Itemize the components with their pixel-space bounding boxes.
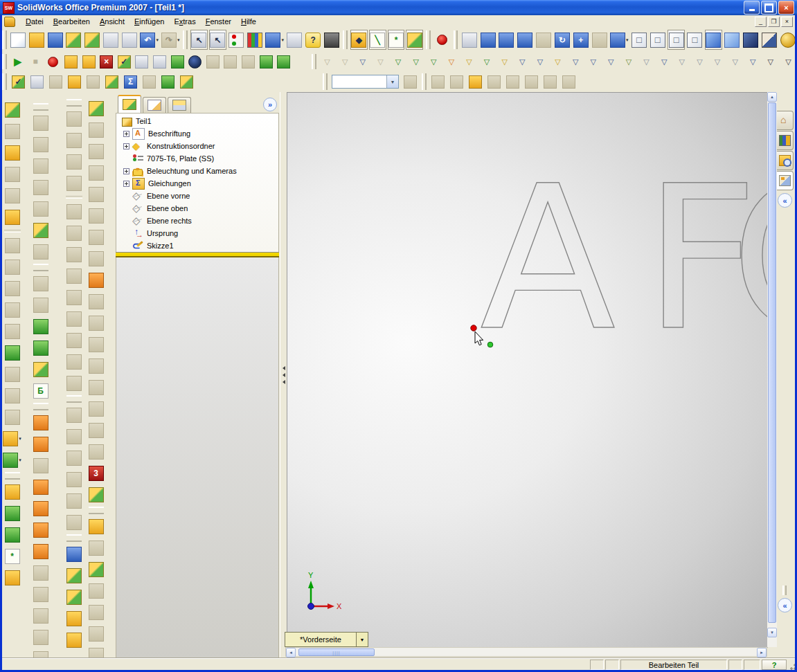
toolbar-grip[interactable] (33, 403, 48, 410)
tree-item-ursprung[interactable]: Ursprung (116, 227, 278, 239)
left-tool-1-22-icon[interactable] (30, 541, 51, 561)
left-tool-3-13-icon[interactable] (86, 377, 106, 397)
left-tool-2-25-icon[interactable] (64, 587, 84, 607)
hidden-lines-visible-icon[interactable]: □ (649, 30, 666, 50)
toolbar-grip[interactable] (422, 73, 427, 89)
open-document-icon[interactable] (28, 30, 45, 50)
expand-plus-icon[interactable] (123, 168, 129, 174)
section-view-icon[interactable] (760, 30, 778, 50)
menu-ansicht[interactable]: Ansicht (95, 16, 129, 27)
collaborate-user-icon[interactable] (169, 53, 186, 71)
left-tool-1-26-icon[interactable] (30, 627, 51, 647)
left-tool-1-9-icon[interactable] (30, 273, 51, 293)
left-tool-1-1-icon[interactable] (30, 113, 51, 133)
left-tool-1-27-icon[interactable] (30, 648, 51, 658)
left-tool-2-7-icon[interactable] (64, 223, 84, 243)
select-filter-toggle-icon[interactable]: ↖ (209, 30, 226, 50)
left-tool-3-18-icon[interactable] (86, 484, 106, 505)
left-tool-2-1-icon[interactable] (64, 109, 84, 129)
print-preview-icon[interactable] (121, 30, 138, 50)
selection-filter-12-icon[interactable]: ▽ (532, 53, 548, 71)
selection-filter-22-icon[interactable]: ▽ (709, 53, 726, 71)
left-tool-3-1-icon[interactable] (86, 120, 106, 140)
selection-filter-16-icon[interactable]: ▽ (603, 53, 620, 71)
toolbar-grip[interactable] (2, 73, 7, 89)
featureworks-icon[interactable] (178, 73, 195, 91)
sketch-plane-icon[interactable]: ◆ (350, 30, 368, 50)
spell-check-icon[interactable]: ✓ (10, 73, 27, 91)
user-1-icon[interactable] (258, 53, 274, 71)
left-tool-2-13-icon[interactable] (64, 352, 84, 372)
mass-properties-icon[interactable] (47, 73, 64, 91)
menu-bearbeiten[interactable]: Bearbeiten (48, 16, 95, 27)
toolbar-grip[interactable] (183, 30, 188, 49)
left-tool-0-5-icon[interactable] (2, 207, 22, 227)
left-tool-2-20-icon[interactable] (64, 491, 84, 511)
design-checker-icon[interactable] (103, 73, 120, 91)
selection-filter-8-icon[interactable]: ▽ (461, 53, 478, 71)
select-icon[interactable]: ↖ (190, 30, 208, 50)
left-tool-3-14-icon[interactable] (86, 399, 106, 419)
left-tool-3-22-icon[interactable] (86, 559, 106, 579)
vertical-scrollbar[interactable]: ▲ ▼ (767, 92, 777, 647)
left-tool-3-7-icon[interactable] (86, 248, 106, 269)
section-properties-icon[interactable] (66, 73, 83, 91)
print-icon[interactable] (102, 30, 120, 50)
left-tool-2-17-icon[interactable] (64, 426, 84, 446)
selection-filter-23-icon[interactable]: ▽ (727, 53, 744, 71)
left-tool-0-21-icon[interactable] (2, 525, 22, 545)
left-tool-2-8-icon[interactable] (64, 244, 84, 264)
toolbar-grip[interactable] (454, 30, 458, 49)
tree-item-beleuchtung-und-kameras[interactable]: Beleuchtung und Kameras (116, 165, 278, 177)
left-tool-3-26-icon[interactable] (86, 645, 106, 658)
selection-filter-13-icon[interactable]: ▽ (550, 53, 566, 71)
title-bar[interactable]: SW SolidWorks Office Premium 2007 - [Tei… (0, 0, 797, 15)
layer-properties-icon[interactable] (402, 73, 419, 91)
design-library-tab[interactable] (777, 131, 794, 150)
left-tool-2-24-icon[interactable] (64, 565, 84, 585)
left-tool-2-18-icon[interactable] (64, 448, 84, 468)
toolbar-grip[interactable] (66, 395, 82, 403)
edrawings-icon[interactable] (187, 53, 204, 71)
tree-item-beschriftung[interactable]: Beschriftung (116, 127, 278, 140)
left-tool-2-3-icon[interactable] (64, 152, 84, 172)
view-orientation-icon[interactable]: ▾ (609, 30, 629, 50)
left-tool-0-20-icon[interactable] (2, 503, 22, 523)
left-tool-1-10-icon[interactable] (30, 295, 51, 315)
left-tool-2-9-icon[interactable] (64, 266, 84, 286)
toolbar-grip[interactable] (33, 103, 48, 111)
left-tool-2-23-icon[interactable] (64, 544, 84, 564)
selection-filter-26-icon[interactable]: ▽ (780, 53, 797, 71)
check-tool-icon[interactable]: ✓ (116, 53, 132, 71)
selection-filter-20-icon[interactable]: ▽ (674, 53, 690, 71)
shaded-with-edges-icon[interactable] (705, 30, 722, 50)
left-tool-0-4-icon[interactable] (2, 185, 22, 206)
left-tool-1-16-icon[interactable] (30, 412, 51, 433)
left-tool-1-4-icon[interactable] (30, 177, 51, 197)
realview-graphics-icon[interactable] (779, 30, 796, 50)
zoom-to-fit-icon[interactable] (479, 30, 496, 50)
left-tool-0-22-icon[interactable]: * (2, 546, 22, 566)
format-2-icon[interactable] (467, 73, 484, 91)
display-panes-icon[interactable]: ▾ (265, 30, 285, 50)
orientation-dropdown[interactable]: ▼ (356, 633, 368, 646)
selection-filter-25-icon[interactable]: ▽ (762, 53, 779, 71)
wireframe-icon[interactable]: □ (631, 30, 648, 50)
orientation-tab[interactable]: *Vorderseite ▼ (285, 632, 368, 647)
solidworks-resources-tab[interactable] (777, 111, 794, 130)
left-tool-3-17-icon[interactable]: 3 (86, 463, 106, 483)
left-tool-1-13-icon[interactable] (30, 359, 51, 379)
left-tool-0-8-icon[interactable] (2, 257, 22, 277)
left-tool-3-2-icon[interactable] (86, 141, 106, 161)
format-0-icon[interactable] (429, 73, 447, 91)
no-hidden-lines-icon[interactable]: □ (686, 30, 704, 50)
left-tool-3-20-icon[interactable] (86, 516, 106, 536)
selection-filter-24-icon[interactable]: ▽ (744, 53, 761, 71)
edit-color-icon[interactable] (247, 30, 264, 50)
scroll-right-button[interactable]: ► (757, 648, 767, 657)
origin-point[interactable] (308, 603, 314, 610)
cancel-tool-icon[interactable]: × (98, 53, 115, 71)
left-tool-1-14-icon[interactable]: Ƃ (30, 381, 51, 401)
graphics-viewport[interactable]: AFOYX (287, 92, 768, 648)
horizontal-scrollbar[interactable]: ◄ |||| ► (285, 647, 767, 657)
